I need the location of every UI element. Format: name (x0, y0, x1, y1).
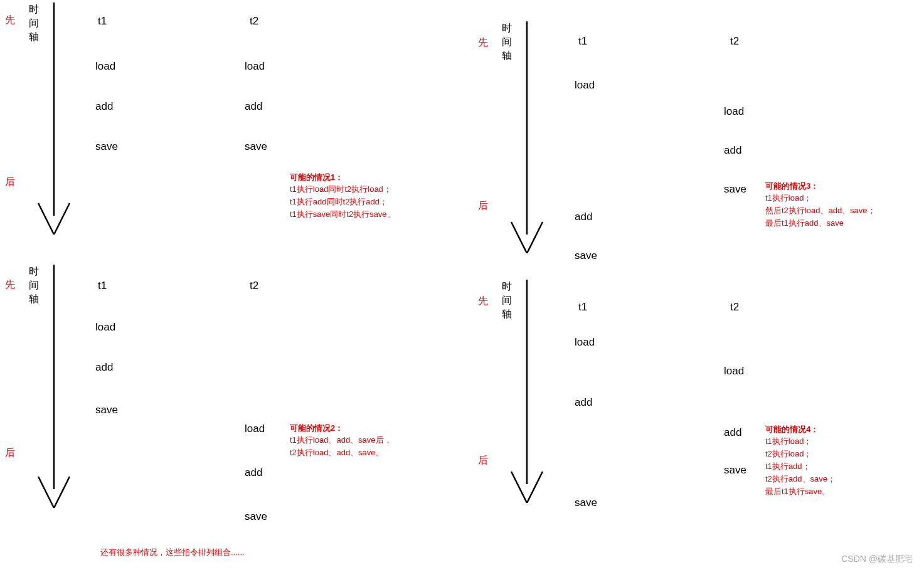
scenario-line: t2执行load、add、save。 (290, 446, 392, 459)
t1-op: add (575, 396, 592, 409)
t2-op: load (245, 423, 265, 435)
scenario-title: 可能的情况4： (765, 424, 836, 435)
thread-t2: t2 (250, 15, 258, 28)
panel-1: 先 后 时 间 轴 t1 load add save t2 load add s… (0, 0, 462, 245)
label-before: 先 (5, 14, 15, 27)
t2-op: load (724, 365, 744, 377)
t1-op: save (95, 404, 118, 416)
t2-op: add (724, 144, 741, 157)
thread-t1: t1 (98, 280, 107, 292)
t1-op: add (95, 361, 113, 374)
label-after: 后 (5, 176, 15, 189)
time-arrow (35, 265, 73, 508)
t2-op: load (245, 60, 265, 73)
scenario-4: 可能的情况4： t1执行load； t2执行load； t1执行add； t2执… (765, 424, 836, 498)
scenario-line: t2执行add、save； (765, 473, 836, 485)
scenario-line: t1执行load； (765, 435, 836, 448)
thread-t2: t2 (730, 301, 739, 314)
scenario-line: 然后t2执行load、add、save； (765, 204, 876, 217)
panel-3: 先 后 时 间 轴 t1 load add save t2 load add s… (474, 16, 924, 267)
scenario-line: t1执行load、add、save后， (290, 434, 392, 446)
scenario-line: 最后t1执行save。 (765, 485, 836, 498)
t1-op: load (95, 321, 115, 334)
scenario-line: t2执行load； (765, 448, 836, 460)
scenario-line: t1执行add； (765, 460, 836, 473)
t2-op: save (245, 140, 267, 153)
t2-op: load (724, 105, 744, 118)
label-after: 后 (478, 454, 488, 467)
t1-op: save (95, 140, 118, 153)
t2-op: add (724, 426, 741, 439)
thread-t1: t1 (578, 301, 587, 314)
time-arrow (508, 21, 546, 253)
t1-op: save (575, 497, 597, 509)
footer-note: 还有很多种情况，这些指令排列组合...... (100, 547, 245, 558)
t2-op: add (245, 467, 262, 479)
watermark: CSDN @碳基肥宅 (841, 554, 913, 565)
thread-t2: t2 (730, 35, 739, 48)
t2-op: save (724, 464, 746, 477)
scenario-line: t1执行load同时t2执行load； (290, 183, 395, 196)
t1-op: load (575, 79, 595, 92)
t1-op: load (575, 336, 595, 349)
t1-op: add (95, 100, 113, 113)
scenario-line: t1执行load； (765, 192, 876, 204)
scenario-2: 可能的情况2： t1执行load、add、save后， t2执行load、add… (290, 423, 392, 459)
t1-op: load (95, 60, 115, 73)
scenario-title: 可能的情况1： (290, 172, 395, 183)
thread-t1: t1 (578, 35, 587, 48)
label-after: 后 (478, 199, 488, 213)
thread-t2: t2 (250, 280, 258, 292)
label-before: 先 (5, 278, 15, 292)
label-before: 先 (478, 295, 488, 308)
time-arrow (508, 280, 546, 503)
t1-op: add (575, 211, 592, 223)
scenario-3: 可能的情况3： t1执行load； 然后t2执行load、add、save； 最… (765, 181, 876, 230)
t2-op: add (245, 100, 262, 113)
scenario-1: 可能的情况1： t1执行load同时t2执行load； t1执行add同时t2执… (290, 172, 395, 221)
panel-4: 先 后 时 间 轴 t1 load add save t2 load add s… (474, 276, 924, 539)
t1-op: save (575, 250, 597, 262)
t2-op: save (724, 183, 746, 196)
scenario-line: 最后t1执行add、save (765, 217, 876, 230)
label-before: 先 (478, 36, 488, 50)
scenario-line: t1执行save同时t2执行save。 (290, 208, 395, 221)
label-after: 后 (5, 446, 15, 460)
t2-op: save (245, 510, 267, 523)
thread-t1: t1 (98, 15, 107, 28)
panel-2: 先 后 时 间 轴 t1 load add save t2 load add s… (0, 260, 462, 536)
time-arrow (35, 3, 73, 235)
scenario-line: t1执行add同时t2执行add； (290, 196, 395, 208)
scenario-title: 可能的情况2： (290, 423, 392, 434)
scenario-title: 可能的情况3： (765, 181, 876, 192)
